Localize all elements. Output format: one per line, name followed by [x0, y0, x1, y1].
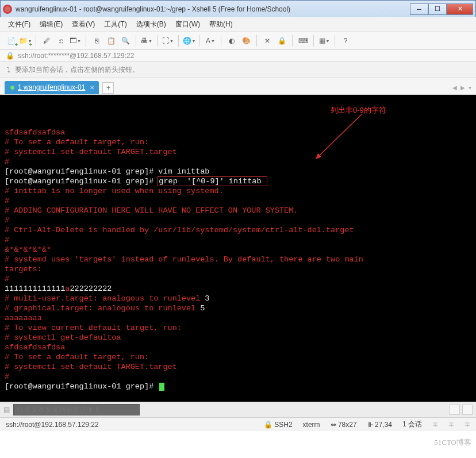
status-term: xterm — [303, 421, 320, 429]
properties-icon[interactable]: 🗔▼ — [69, 34, 82, 47]
terminal-line: [root@wangruifenglinux-01 grep]# — [5, 382, 471, 391]
minimize-button[interactable]: ─ — [410, 3, 428, 15]
disconnect-icon[interactable]: ⎌ — [55, 34, 67, 47]
font-icon[interactable]: A▼ — [204, 34, 217, 47]
menu-v[interactable]: 查看(V) — [72, 20, 95, 29]
toolbar-separator — [136, 35, 136, 47]
menu-e[interactable]: 编辑(E) — [40, 20, 63, 29]
terminal-line: # systemctl get-defaultoa — [5, 333, 471, 342]
terminal-line: sfdsafdsafdsa — [5, 128, 471, 137]
paste-icon[interactable]: 📋 — [105, 34, 117, 47]
toolbar-separator — [199, 35, 200, 47]
terminal-line: # — [5, 235, 471, 245]
send-opt2-button[interactable] — [462, 405, 473, 415]
terminal-line: # ADDING CONFIGURATION HERE WILL HAVE NO… — [5, 206, 471, 215]
status-address: ssh://root@192.168.57.129:22 — [6, 421, 99, 429]
help-icon[interactable]: ? — [339, 34, 352, 47]
new-session-icon[interactable]: 📄 — [5, 34, 17, 47]
tab-prev-icon[interactable]: ◀ — [452, 84, 457, 91]
terminal-line: # inittab is no longer used when using s… — [5, 186, 471, 196]
address-bar: 🔒 ssh://root:********@192.168.57.129:22 — [0, 50, 476, 62]
status-cap3: ∓ — [465, 421, 470, 429]
status-ssh: 🔒 SSH2 — [264, 421, 293, 429]
terminal-line: 1111111111111a222222222 — [5, 284, 471, 294]
terminal-line: # — [5, 196, 471, 206]
toolbar-separator — [178, 35, 179, 47]
toolbar-separator — [313, 35, 314, 47]
toolbar-separator — [36, 35, 36, 47]
app-icon — [3, 5, 12, 14]
menu-w[interactable]: 窗口(W) — [175, 20, 200, 29]
terminal-line: aaaaaaaa — [5, 313, 471, 323]
menu-f[interactable]: 文件(F) — [8, 20, 30, 29]
new-tab-button[interactable]: + — [102, 82, 114, 94]
broadcast-icon[interactable]: ⤧ — [261, 34, 274, 47]
menu-b[interactable]: 选项卡(B) — [136, 20, 166, 29]
pin-icon[interactable]: ⤵ — [7, 66, 10, 74]
send-icon[interactable]: ▤ — [3, 406, 10, 414]
status-cap2: ∓ — [448, 421, 454, 429]
status-bar: ssh://root@192.168.57.129:22 🔒 SSH2 xter… — [0, 417, 476, 431]
terminal-line: # Ctrl-Alt-Delete is handled by /usr/lib… — [5, 225, 471, 235]
menu-bar: 文件(F)编辑(E)查看(V)工具(T)选项卡(B)窗口(W)帮助(H) — [0, 17, 476, 32]
toolbar-separator — [256, 35, 257, 47]
hint-text: 要添加当前会话，点击左侧的箭头按钮。 — [15, 65, 139, 75]
tab-list-icon[interactable]: ▾ — [469, 84, 471, 91]
keyboard-icon[interactable]: ⌨ — [297, 34, 309, 47]
color-scheme-icon[interactable]: ◐ — [225, 34, 238, 47]
toolbar-separator — [86, 35, 86, 47]
lock-icon[interactable]: 🔒 — [275, 34, 288, 47]
terminal-line: # multi-user.target: analogous to runlev… — [5, 294, 471, 303]
terminal-line: # systemctl set-default TARGET.target — [5, 147, 471, 157]
hint-bar: ⤵ 要添加当前会话，点击左侧的箭头按钮。 — [0, 62, 476, 78]
annotation-text: 列出非0-9的字符 — [331, 105, 386, 115]
reconnect-icon[interactable]: 🖉 — [40, 34, 53, 47]
terminal-line: sfdsafdsafdsa — [5, 342, 471, 352]
toolbar-separator — [221, 35, 221, 47]
terminal-line: targets: — [5, 264, 471, 274]
tab-close-icon[interactable]: ✕ — [90, 84, 94, 91]
terminal-line: # To view current default target, run: — [5, 323, 471, 333]
copy-icon[interactable]: ⎘ — [90, 34, 103, 47]
window-title: wangruifenglinux-01 - root@wangruifengli… — [16, 5, 410, 13]
status-cap1: ∓ — [432, 421, 438, 429]
address-text[interactable]: ssh://root:********@192.168.57.129:22 — [18, 52, 134, 60]
terminal-line: &*&*&*&*&* — [5, 245, 471, 255]
window-titlebar: wangruifenglinux-01 - root@wangruifengli… — [0, 0, 476, 17]
send-input[interactable] — [13, 404, 140, 415]
terminal-line: # systemd uses 'targets' instead of runl… — [5, 255, 471, 264]
menu-t[interactable]: 工具(T) — [104, 20, 126, 29]
status-size: ⇔ 78x27 — [331, 421, 357, 429]
status-sessions: 1 会话 — [402, 419, 422, 429]
open-icon[interactable]: 📁▼ — [19, 34, 32, 47]
globe-icon[interactable]: 🌐▼ — [183, 34, 195, 47]
session-tab[interactable]: 1 wangruifenglinux-01 ✕ — [5, 81, 99, 94]
send-opt1-button[interactable] — [450, 405, 460, 415]
tab-next-icon[interactable]: ▶ — [460, 84, 465, 91]
tab-label: 1 wangruifenglinux-01 — [18, 83, 85, 91]
status-pos: ⊪ 27,34 — [367, 421, 392, 429]
menu-h[interactable]: 帮助(H) — [209, 20, 233, 29]
watermark: 51CTO博客 — [434, 437, 471, 448]
cursor — [159, 383, 164, 391]
terminal[interactable]: 列出非0-9的字符 sfdsafdsafdsa# To set a defaul… — [0, 95, 476, 402]
terminal-line: # systemctl set-default TARGET.target — [5, 362, 471, 372]
close-button[interactable]: ✕ — [447, 3, 473, 15]
send-bar: ▤ — [0, 402, 476, 417]
tab-nav: ◀ ▶ ▾ — [452, 84, 471, 91]
terminal-line: [root@wangruifenglinux-01 grep]# grep '[… — [5, 176, 471, 186]
terminal-line: # graphical.target: analogous to runleve… — [5, 303, 471, 313]
layout-icon[interactable]: ▦▼ — [318, 34, 331, 47]
maximize-button[interactable]: ☐ — [428, 3, 447, 15]
toolbar-separator — [157, 35, 158, 47]
find-icon[interactable]: 🔍 — [119, 34, 132, 47]
tabs-row: 1 wangruifenglinux-01 ✕ + ◀ ▶ ▾ — [0, 78, 476, 95]
palette-icon[interactable]: 🎨 — [240, 34, 252, 47]
terminal-line: # — [5, 215, 471, 225]
terminal-line: # To set a default target, run: — [5, 352, 471, 362]
print-icon[interactable]: 🖶▼ — [140, 34, 153, 47]
terminal-line: # — [5, 157, 471, 167]
fullscreen-icon[interactable]: ⛶▼ — [162, 34, 174, 47]
terminal-line: # — [5, 274, 471, 284]
toolbar: 📄📁▼🖉⎌🗔▼⎘📋🔍🖶▼⛶▼🌐▼A▼◐🎨⤧🔒⌨▦▼? — [0, 32, 476, 50]
